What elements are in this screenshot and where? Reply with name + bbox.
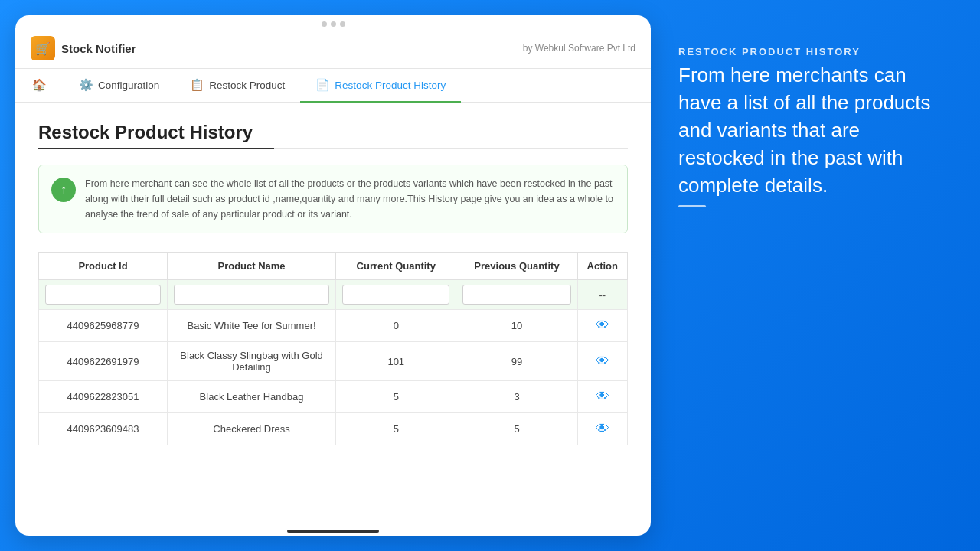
dot-2: [331, 21, 336, 27]
cell-previous-qty-2: 3: [456, 381, 577, 413]
content-area: Restock Product History ↑ From here merc…: [15, 103, 651, 523]
restock-history-icon: 📄: [315, 78, 330, 92]
view-action-icon[interactable]: 👁: [596, 354, 609, 369]
filter-previous-qty-cell[interactable]: [456, 280, 577, 310]
tab-restock-history-label: Restock Product History: [335, 80, 446, 91]
col-current-qty: Current Quantity: [336, 253, 456, 280]
col-previous-qty: Previous Quantity: [456, 253, 577, 280]
configuration-icon: ⚙️: [79, 78, 93, 92]
cell-id-0: 4409625968779: [39, 310, 168, 342]
page-title: Restock Product History: [38, 122, 628, 143]
title-underline: [38, 148, 628, 149]
cell-name-3: Checkered Dress: [168, 413, 336, 445]
cell-action-2: 👁: [577, 381, 628, 413]
filter-current-qty-input[interactable]: [342, 285, 449, 305]
app-card: 🛒 Stock Notifier by Webkul Software Pvt …: [15, 15, 651, 536]
filter-name-input[interactable]: [174, 285, 329, 305]
tab-home[interactable]: 🏠: [15, 69, 64, 103]
tab-restock-history[interactable]: 📄 Restock Product History: [300, 69, 461, 103]
panel-description: From here merchants can have a list of a…: [678, 62, 937, 199]
brand-icon: 🛒: [31, 36, 55, 60]
cell-current-qty-3: 5: [336, 413, 456, 445]
view-action-icon[interactable]: 👁: [596, 318, 609, 333]
cell-name-1: Black Classy Slingbag with Gold Detailin…: [168, 342, 336, 381]
restock-product-icon: 📋: [190, 78, 204, 92]
filter-action-placeholder: --: [599, 289, 606, 301]
cell-previous-qty-3: 5: [456, 413, 577, 445]
dot-3: [340, 21, 345, 27]
bottom-bar: [15, 523, 651, 536]
tab-restock-product-label: Restock Product: [209, 80, 285, 91]
brand-area: 🛒 Stock Notifier: [31, 36, 136, 60]
col-action: Action: [577, 253, 628, 280]
data-table: Product Id Product Name Current Quantity…: [38, 252, 628, 445]
brand-name: Stock Notifier: [61, 42, 136, 55]
window-dots: [15, 15, 651, 28]
view-action-icon[interactable]: 👁: [596, 421, 609, 436]
table-row: 4409622823051Black Leather Handbag53👁: [39, 381, 628, 413]
info-box: ↑ From here merchant can see the whole l…: [38, 165, 628, 233]
table-row: 4409625968779Basic White Tee for Summer!…: [39, 310, 628, 342]
cell-current-qty-0: 0: [336, 310, 456, 342]
cell-previous-qty-1: 99: [456, 342, 577, 381]
view-action-icon[interactable]: 👁: [596, 389, 609, 404]
table-header-row: Product Id Product Name Current Quantity…: [39, 253, 628, 280]
filter-row: --: [39, 280, 628, 310]
tab-configuration[interactable]: ⚙️ Configuration: [64, 69, 175, 103]
filter-id-cell[interactable]: [39, 280, 168, 310]
cell-action-3: 👁: [577, 413, 628, 445]
cell-action-1: 👁: [577, 342, 628, 381]
cell-action-0: 👁: [577, 310, 628, 342]
filter-action-cell: --: [577, 280, 628, 310]
panel-divider: [678, 205, 706, 207]
info-text: From here merchant can see the whole lis…: [85, 176, 615, 222]
panel-label: RESTOCK PRODUCT HISTORY: [678, 46, 937, 57]
bottom-indicator: [287, 530, 379, 533]
tab-restock-product[interactable]: 📋 Restock Product: [175, 69, 300, 103]
top-bar: 🛒 Stock Notifier by Webkul Software Pvt …: [15, 28, 651, 69]
cell-id-1: 4409622691979: [39, 342, 168, 381]
cell-name-2: Black Leather Handbag: [168, 381, 336, 413]
filter-id-input[interactable]: [45, 285, 161, 305]
cell-current-qty-1: 101: [336, 342, 456, 381]
filter-name-cell[interactable]: [168, 280, 336, 310]
cell-current-qty-2: 5: [336, 381, 456, 413]
cell-id-2: 4409622823051: [39, 381, 168, 413]
filter-current-qty-cell[interactable]: [336, 280, 456, 310]
filter-previous-qty-input[interactable]: [462, 285, 570, 305]
col-product-id: Product Id: [39, 253, 168, 280]
cell-id-3: 4409623609483: [39, 413, 168, 445]
tab-configuration-label: Configuration: [98, 80, 159, 91]
table-row: 4409622691979Black Classy Slingbag with …: [39, 342, 628, 381]
cell-name-0: Basic White Tee for Summer!: [168, 310, 336, 342]
table-row: 4409623609483Checkered Dress55👁: [39, 413, 628, 445]
brand-by: by Webkul Software Pvt Ltd: [523, 43, 635, 54]
brand-icon-emoji: 🛒: [35, 41, 51, 56]
right-panel: RESTOCK PRODUCT HISTORY From here mercha…: [651, 15, 965, 536]
info-icon: ↑: [51, 178, 76, 202]
nav-tabs: 🏠 ⚙️ Configuration 📋 Restock Product 📄 R…: [15, 69, 651, 103]
home-icon: 🏠: [32, 78, 47, 92]
col-product-name: Product Name: [168, 253, 336, 280]
cell-previous-qty-0: 10: [456, 310, 577, 342]
dot-1: [322, 21, 327, 27]
